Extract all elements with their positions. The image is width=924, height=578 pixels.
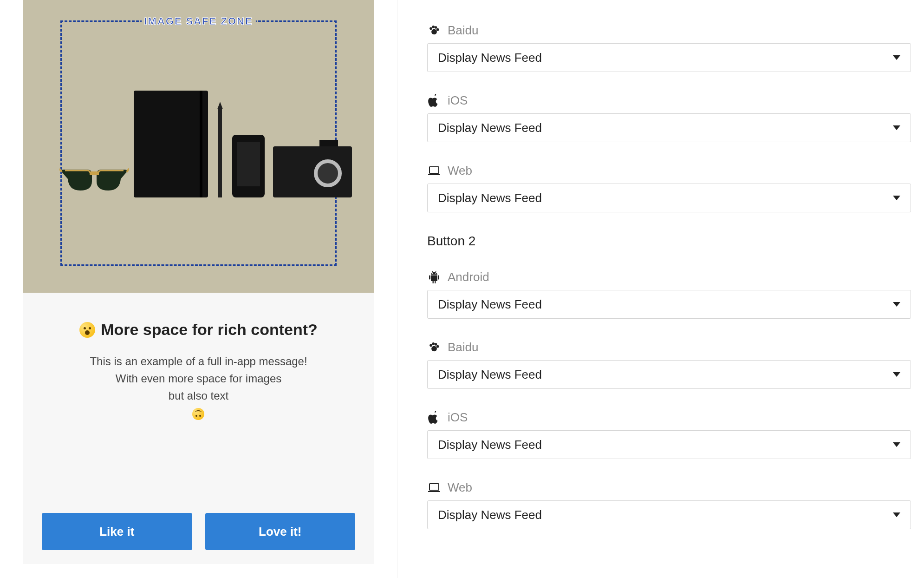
preview-content: More space for rich content? This is an …: [23, 293, 374, 564]
button1-ios-field: iOS Display News Feed: [427, 93, 911, 142]
chevron-down-icon: [893, 512, 900, 517]
sunglasses-icon: [59, 165, 129, 193]
button2-web-field: Web Display News Feed: [427, 480, 911, 529]
button2-section-heading: Button 2: [427, 234, 911, 249]
preview-panel: ✕ IMAGE SAFE ZONE: [0, 0, 397, 578]
phone-icon: [232, 135, 265, 197]
chevron-down-icon: [893, 302, 900, 307]
apple-icon: [427, 94, 441, 108]
in-app-preview-card: ✕ IMAGE SAFE ZONE: [23, 0, 374, 564]
platform-label-text: Android: [448, 270, 489, 284]
surprised-face-icon: [79, 322, 95, 338]
platform-label-text: Baidu: [448, 340, 479, 355]
button2-ios-field: iOS Display News Feed: [427, 410, 911, 459]
platform-label-web: Web: [427, 480, 911, 495]
body-line-2: With even more space for images: [90, 370, 307, 387]
svg-point-1: [429, 27, 432, 30]
button1-web-select[interactable]: Display News Feed: [427, 184, 911, 212]
platform-label-text: Baidu: [448, 23, 479, 38]
android-icon: [427, 270, 441, 284]
svg-point-10: [429, 344, 432, 347]
button1-baidu-select[interactable]: Display News Feed: [427, 43, 911, 72]
svg-point-7: [436, 273, 436, 274]
platform-label-text: Web: [448, 480, 472, 495]
button2-android-field: Android Display News Feed: [427, 270, 911, 319]
preview-button-1[interactable]: Like it: [42, 513, 192, 550]
pencil-icon: [218, 109, 222, 197]
preview-illustration: [59, 86, 338, 207]
svg-point-13: [436, 345, 439, 348]
svg-point-11: [432, 342, 435, 345]
preview-headline: More space for rich content?: [79, 321, 318, 339]
svg-point-6: [432, 273, 433, 274]
svg-rect-0: [90, 171, 99, 175]
select-value: Display News Feed: [438, 51, 542, 65]
svg-rect-14: [429, 484, 439, 490]
preview-button-2[interactable]: Love it!: [205, 513, 356, 550]
chevron-down-icon: [893, 55, 900, 60]
paw-icon: [427, 24, 441, 38]
svg-point-3: [435, 26, 437, 29]
preview-body: This is an example of a full in-app mess…: [90, 353, 307, 422]
select-value: Display News Feed: [438, 438, 542, 452]
platform-label-android: Android: [427, 270, 911, 284]
svg-rect-8: [429, 275, 430, 279]
button2-ios-select[interactable]: Display News Feed: [427, 430, 911, 459]
platform-label-web: Web: [427, 164, 911, 178]
body-line-1: This is an example of a full in-app mess…: [90, 353, 307, 370]
notebook-icon: [134, 91, 208, 197]
camera-icon: [273, 146, 352, 197]
chevron-down-icon: [893, 442, 900, 447]
chevron-down-icon: [893, 196, 900, 200]
chevron-down-icon: [893, 125, 900, 130]
platform-label-text: iOS: [448, 93, 468, 108]
select-value: Display News Feed: [438, 297, 542, 312]
upside-down-face-icon: [192, 408, 204, 420]
button2-android-select[interactable]: Display News Feed: [427, 290, 911, 319]
select-value: Display News Feed: [438, 508, 542, 522]
select-value: Display News Feed: [438, 368, 542, 382]
platform-label-text: Web: [448, 164, 472, 178]
button2-web-select[interactable]: Display News Feed: [427, 500, 911, 529]
button1-baidu-field: Baidu Display News Feed: [427, 23, 911, 72]
laptop-icon: [427, 481, 441, 495]
body-line-3: but also text: [90, 387, 307, 404]
select-value: Display News Feed: [438, 191, 542, 205]
chevron-down-icon: [893, 372, 900, 377]
button1-ios-select[interactable]: Display News Feed: [427, 113, 911, 142]
paw-icon: [427, 341, 441, 355]
svg-point-2: [432, 26, 435, 28]
preview-image-area: IMAGE SAFE ZONE: [23, 0, 374, 293]
platform-label-ios: iOS: [427, 93, 911, 108]
apple-icon: [427, 411, 441, 425]
preview-button-row: Like it Love it!: [42, 494, 355, 550]
platform-label-baidu: Baidu: [427, 23, 911, 38]
button1-web-field: Web Display News Feed: [427, 164, 911, 212]
platform-label-ios: iOS: [427, 410, 911, 425]
button2-baidu-select[interactable]: Display News Feed: [427, 360, 911, 389]
button2-baidu-field: Baidu Display News Feed: [427, 340, 911, 389]
safe-zone-label: IMAGE SAFE ZONE: [141, 15, 255, 27]
svg-point-4: [436, 28, 439, 31]
headline-text: More space for rich content?: [101, 321, 318, 339]
select-value: Display News Feed: [438, 121, 542, 135]
laptop-icon: [427, 164, 441, 178]
form-panel: Baidu Display News Feed iOS Display News…: [397, 0, 924, 578]
platform-label-text: iOS: [448, 410, 468, 425]
svg-rect-5: [429, 167, 439, 173]
platform-label-baidu: Baidu: [427, 340, 911, 355]
svg-point-12: [435, 343, 437, 346]
svg-rect-9: [438, 275, 439, 279]
